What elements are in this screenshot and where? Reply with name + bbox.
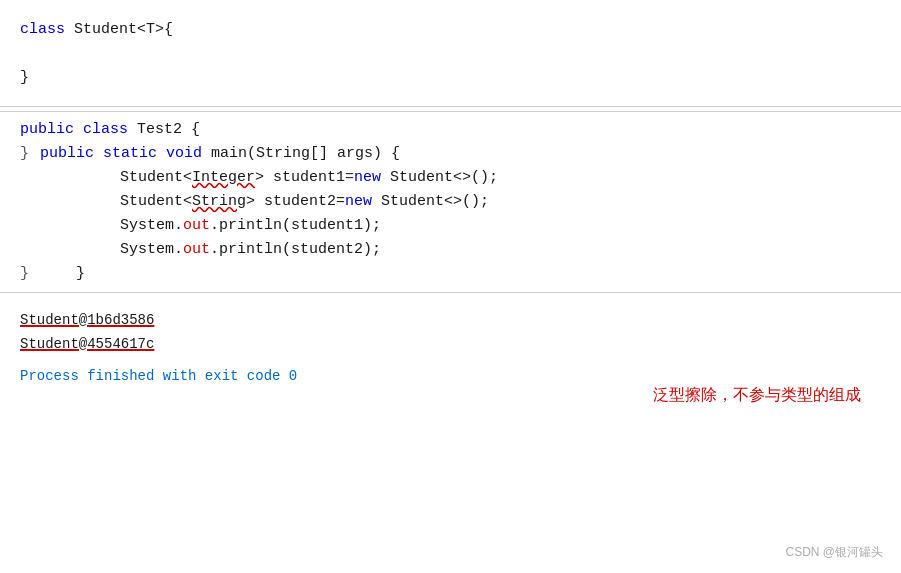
- code-line-2: [20, 42, 881, 66]
- code-main-line6: System.out.println(student2);: [20, 238, 881, 262]
- output-block: Student@1b6d3586 Student@4554617c Proces…: [0, 293, 901, 396]
- code-main-line1: public class Test2 {: [20, 118, 881, 142]
- main-container: class Student<T>{ } public class Test2 {…: [0, 0, 901, 573]
- watermark: CSDN @银河罐头: [785, 544, 883, 561]
- code-main-line4: Student<String> student2=new Student<>()…: [20, 190, 881, 214]
- code-main-line5: System.out.println(student1);: [20, 214, 881, 238]
- code-block-main: public class Test2 { }public static void…: [0, 111, 901, 293]
- output-line-2: Student@4554617c: [20, 333, 881, 357]
- code-line-3: }: [20, 66, 881, 90]
- code-main-line3: Student<Integer> student1=new Student<>(…: [20, 166, 881, 190]
- divider: [0, 106, 901, 107]
- output-line-1: Student@1b6d3586: [20, 309, 881, 333]
- code-block-top: class Student<T>{ }: [0, 0, 901, 102]
- annotation-text: 泛型擦除，不参与类型的组成: [653, 385, 861, 406]
- code-main-line2: }public static void main(String[] args) …: [20, 142, 881, 166]
- code-line-1: class Student<T>{: [20, 18, 881, 42]
- code-main-line7: } }: [20, 262, 881, 286]
